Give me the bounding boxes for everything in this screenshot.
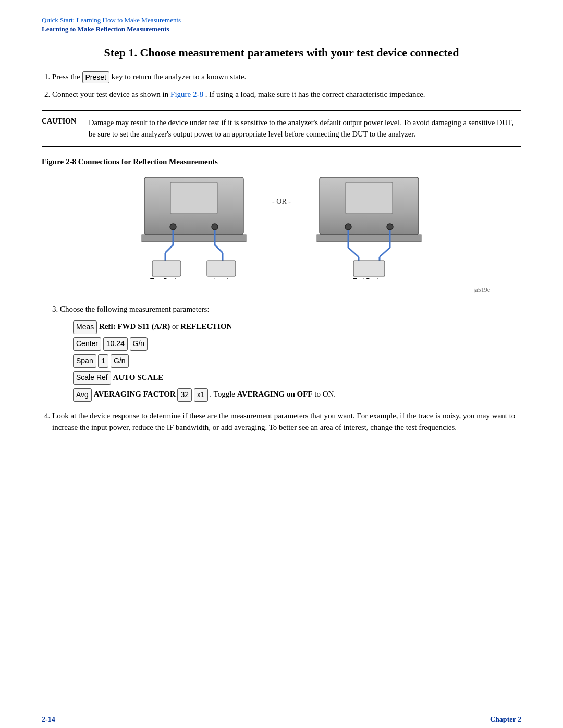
list-item-4-text: Look at the device response to determine…: [52, 412, 515, 432]
page-footer: 2-14 Chapter 2: [0, 711, 563, 728]
left-diagram: Test Device Load: [137, 175, 251, 281]
averaging-on-off-text: AVERAGING on OFF: [237, 390, 313, 398]
footer-page-num: 2-14: [42, 715, 55, 724]
breadcrumb: Quick Start: Learning How to Make Measur…: [42, 16, 521, 33]
svg-rect-19: [317, 235, 421, 242]
param-row-1: Meas Refl: FWD S11 (A/R) or REFLECTION: [73, 320, 521, 334]
svg-point-2: [170, 224, 176, 230]
footer-chapter: Chapter 2: [490, 715, 521, 724]
breadcrumb-current: Learning to Make Reflection Measurements: [42, 25, 169, 33]
to-on-text: to ON.: [314, 390, 336, 398]
page-wrapper: Quick Start: Learning How to Make Measur…: [0, 0, 563, 728]
figure-id: ja519e: [42, 286, 490, 294]
svg-point-17: [345, 224, 351, 230]
param-row-4: Scale Ref AUTO SCALE: [73, 371, 521, 385]
svg-point-18: [387, 224, 393, 230]
left-diagram-svg: Test Device Load: [137, 175, 251, 279]
param-row-2: Center 10.24 G/n: [73, 337, 521, 351]
right-diagram-svg: Test Device: [312, 175, 426, 279]
value-1-key: 1: [98, 354, 108, 368]
step3-intro-text: 3. Choose the following measurement para…: [52, 305, 210, 313]
meas-key: Meas: [73, 320, 97, 334]
caution-text: Damage may result to the device under te…: [89, 117, 521, 140]
figure-caption: Figure 2-8 Connections for Reflection Me…: [42, 157, 521, 166]
svg-text:Load: Load: [214, 277, 228, 279]
param-spacer: . Toggle: [210, 390, 237, 398]
value-32-key: 32: [177, 388, 192, 402]
breadcrumb-link[interactable]: Quick Start: Learning How to Make Measur…: [42, 16, 181, 24]
svg-rect-16: [346, 182, 393, 214]
gn-key-2: G/n: [111, 354, 129, 368]
value-1024-key: 10.24: [103, 337, 128, 351]
right-diagram: Test Device: [312, 175, 426, 281]
caution-box: CAUTION Damage may result to the device …: [42, 110, 521, 147]
param-1-text: Refl: FWD S11 (A/R) or REFLECTION: [99, 322, 232, 330]
svg-rect-12: [207, 261, 236, 276]
list-item: Connect your test device as shown in Fig…: [52, 89, 521, 101]
page-title: Step 1. Choose measurement parameters wi…: [42, 45, 521, 60]
params-area: Meas Refl: FWD S11 (A/R) or REFLECTION C…: [73, 320, 521, 401]
list-item-2-after: . If using a load, make sure it has the …: [205, 90, 425, 98]
svg-line-24: [380, 248, 390, 257]
center-key: Center: [73, 337, 101, 351]
list-item: Press the Preset key to return the analy…: [52, 71, 521, 83]
svg-rect-26: [353, 261, 385, 276]
param-row-5: Avg AVERAGING FACTOR 32 x1 . Toggle AVER…: [73, 388, 521, 401]
svg-rect-11: [152, 261, 181, 276]
list-item-4: Look at the device response to determine…: [52, 410, 521, 434]
svg-point-3: [212, 224, 218, 230]
figure-link[interactable]: Figure 2-8: [170, 90, 203, 98]
svg-text:Test Device: Test Device: [150, 277, 182, 279]
svg-rect-4: [142, 235, 246, 242]
intro-list: Press the Preset key to return the analy…: [52, 71, 521, 101]
svg-rect-1: [170, 182, 217, 214]
svg-line-9: [215, 245, 223, 253]
list-item-1-after: key to return the analyzer to a known st…: [112, 72, 247, 81]
or-label: - OR -: [272, 196, 291, 207]
caution-label: CAUTION: [42, 117, 78, 140]
list-item-1-before: Press the: [52, 72, 80, 81]
list-item-4-wrapper: Look at the device response to determine…: [52, 410, 521, 434]
svg-text:Test Device: Test Device: [353, 277, 385, 279]
param-row-3: Span 1 G/n: [73, 354, 521, 367]
span-key: Span: [73, 354, 96, 368]
averaging-factor-text: AVERAGING FACTOR: [94, 390, 176, 398]
svg-line-21: [348, 248, 359, 257]
scale-ref-key: Scale Ref: [73, 371, 111, 385]
x1-key: x1: [194, 388, 208, 402]
svg-line-6: [165, 245, 173, 253]
avg-key: Avg: [73, 388, 92, 402]
preset-key: Preset: [82, 71, 109, 83]
gn-key-1: G/n: [130, 337, 148, 351]
list-item-2-before: Connect your test device as shown in: [52, 90, 168, 98]
auto-scale-text: AUTO SCALE: [113, 373, 163, 381]
step3-intro: 3. Choose the following measurement para…: [52, 303, 521, 315]
figure-diagram: Test Device Load - OR -: [42, 175, 521, 281]
